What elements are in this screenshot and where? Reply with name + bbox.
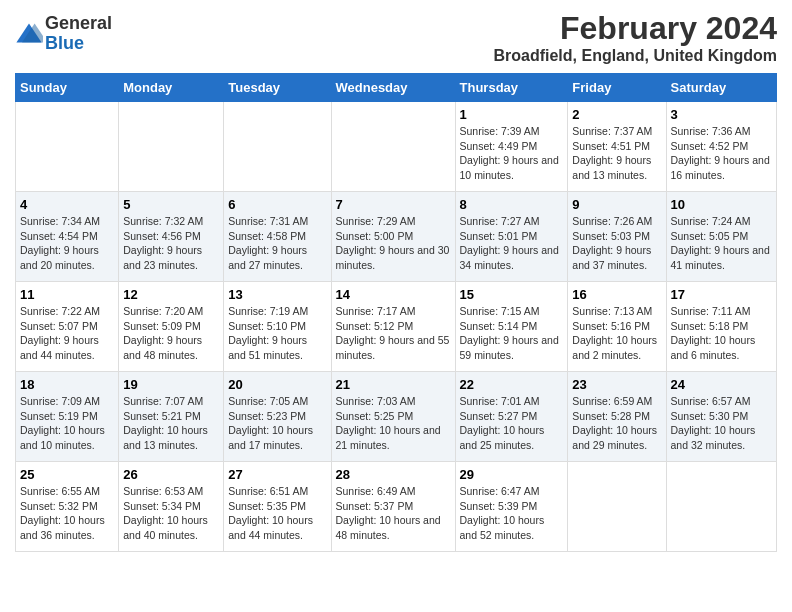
day-info: Sunrise: 7:07 AM Sunset: 5:21 PM Dayligh… [123,394,219,453]
calendar-cell: 3Sunrise: 7:36 AM Sunset: 4:52 PM Daylig… [666,102,776,192]
day-info: Sunrise: 7:39 AM Sunset: 4:49 PM Dayligh… [460,124,564,183]
title-area: February 2024 Broadfield, England, Unite… [493,10,777,65]
day-number: 11 [20,287,114,302]
week-row-3: 11Sunrise: 7:22 AM Sunset: 5:07 PM Dayli… [16,282,777,372]
day-number: 10 [671,197,772,212]
calendar-cell: 24Sunrise: 6:57 AM Sunset: 5:30 PM Dayli… [666,372,776,462]
header-tuesday: Tuesday [224,74,331,102]
calendar-cell: 13Sunrise: 7:19 AM Sunset: 5:10 PM Dayli… [224,282,331,372]
day-number: 14 [336,287,451,302]
calendar-cell: 26Sunrise: 6:53 AM Sunset: 5:34 PM Dayli… [119,462,224,552]
day-number: 9 [572,197,661,212]
calendar-cell: 5Sunrise: 7:32 AM Sunset: 4:56 PM Daylig… [119,192,224,282]
day-number: 19 [123,377,219,392]
calendar-cell: 14Sunrise: 7:17 AM Sunset: 5:12 PM Dayli… [331,282,455,372]
day-number: 23 [572,377,661,392]
day-number: 2 [572,107,661,122]
day-info: Sunrise: 6:55 AM Sunset: 5:32 PM Dayligh… [20,484,114,543]
calendar-cell: 28Sunrise: 6:49 AM Sunset: 5:37 PM Dayli… [331,462,455,552]
day-info: Sunrise: 6:51 AM Sunset: 5:35 PM Dayligh… [228,484,326,543]
day-number: 21 [336,377,451,392]
header-monday: Monday [119,74,224,102]
calendar-cell: 6Sunrise: 7:31 AM Sunset: 4:58 PM Daylig… [224,192,331,282]
calendar-cell: 16Sunrise: 7:13 AM Sunset: 5:16 PM Dayli… [568,282,666,372]
header-sunday: Sunday [16,74,119,102]
day-info: Sunrise: 6:47 AM Sunset: 5:39 PM Dayligh… [460,484,564,543]
header-wednesday: Wednesday [331,74,455,102]
logo: General Blue [15,14,112,54]
calendar-cell: 20Sunrise: 7:05 AM Sunset: 5:23 PM Dayli… [224,372,331,462]
calendar-cell: 22Sunrise: 7:01 AM Sunset: 5:27 PM Dayli… [455,372,568,462]
day-info: Sunrise: 7:26 AM Sunset: 5:03 PM Dayligh… [572,214,661,273]
day-number: 4 [20,197,114,212]
calendar-cell: 12Sunrise: 7:20 AM Sunset: 5:09 PM Dayli… [119,282,224,372]
calendar-cell: 17Sunrise: 7:11 AM Sunset: 5:18 PM Dayli… [666,282,776,372]
subtitle: Broadfield, England, United Kingdom [493,47,777,65]
day-info: Sunrise: 7:01 AM Sunset: 5:27 PM Dayligh… [460,394,564,453]
calendar-cell: 29Sunrise: 6:47 AM Sunset: 5:39 PM Dayli… [455,462,568,552]
day-info: Sunrise: 7:36 AM Sunset: 4:52 PM Dayligh… [671,124,772,183]
day-info: Sunrise: 7:20 AM Sunset: 5:09 PM Dayligh… [123,304,219,363]
day-number: 1 [460,107,564,122]
day-info: Sunrise: 7:31 AM Sunset: 4:58 PM Dayligh… [228,214,326,273]
day-info: Sunrise: 7:05 AM Sunset: 5:23 PM Dayligh… [228,394,326,453]
calendar-cell [16,102,119,192]
header-saturday: Saturday [666,74,776,102]
calendar-cell [331,102,455,192]
day-info: Sunrise: 7:03 AM Sunset: 5:25 PM Dayligh… [336,394,451,453]
day-info: Sunrise: 7:09 AM Sunset: 5:19 PM Dayligh… [20,394,114,453]
day-number: 5 [123,197,219,212]
day-number: 24 [671,377,772,392]
day-info: Sunrise: 7:29 AM Sunset: 5:00 PM Dayligh… [336,214,451,273]
day-number: 16 [572,287,661,302]
calendar-cell: 2Sunrise: 7:37 AM Sunset: 4:51 PM Daylig… [568,102,666,192]
day-info: Sunrise: 7:13 AM Sunset: 5:16 PM Dayligh… [572,304,661,363]
day-number: 17 [671,287,772,302]
day-number: 22 [460,377,564,392]
day-number: 25 [20,467,114,482]
day-info: Sunrise: 7:27 AM Sunset: 5:01 PM Dayligh… [460,214,564,273]
day-number: 3 [671,107,772,122]
day-info: Sunrise: 6:57 AM Sunset: 5:30 PM Dayligh… [671,394,772,453]
day-number: 29 [460,467,564,482]
day-info: Sunrise: 6:53 AM Sunset: 5:34 PM Dayligh… [123,484,219,543]
day-number: 27 [228,467,326,482]
calendar-cell: 23Sunrise: 6:59 AM Sunset: 5:28 PM Dayli… [568,372,666,462]
day-info: Sunrise: 6:49 AM Sunset: 5:37 PM Dayligh… [336,484,451,543]
day-number: 7 [336,197,451,212]
header-friday: Friday [568,74,666,102]
day-number: 20 [228,377,326,392]
day-number: 26 [123,467,219,482]
calendar-cell: 25Sunrise: 6:55 AM Sunset: 5:32 PM Dayli… [16,462,119,552]
main-title: February 2024 [493,10,777,47]
calendar-cell: 8Sunrise: 7:27 AM Sunset: 5:01 PM Daylig… [455,192,568,282]
calendar-cell: 27Sunrise: 6:51 AM Sunset: 5:35 PM Dayli… [224,462,331,552]
day-info: Sunrise: 7:17 AM Sunset: 5:12 PM Dayligh… [336,304,451,363]
calendar-cell: 4Sunrise: 7:34 AM Sunset: 4:54 PM Daylig… [16,192,119,282]
day-number: 28 [336,467,451,482]
day-number: 18 [20,377,114,392]
day-info: Sunrise: 7:15 AM Sunset: 5:14 PM Dayligh… [460,304,564,363]
day-number: 8 [460,197,564,212]
header-thursday: Thursday [455,74,568,102]
calendar-cell: 18Sunrise: 7:09 AM Sunset: 5:19 PM Dayli… [16,372,119,462]
calendar-cell: 10Sunrise: 7:24 AM Sunset: 5:05 PM Dayli… [666,192,776,282]
week-row-4: 18Sunrise: 7:09 AM Sunset: 5:19 PM Dayli… [16,372,777,462]
logo-icon [15,20,43,48]
calendar-header-row: SundayMondayTuesdayWednesdayThursdayFrid… [16,74,777,102]
calendar-cell: 1Sunrise: 7:39 AM Sunset: 4:49 PM Daylig… [455,102,568,192]
day-info: Sunrise: 7:34 AM Sunset: 4:54 PM Dayligh… [20,214,114,273]
day-info: Sunrise: 7:24 AM Sunset: 5:05 PM Dayligh… [671,214,772,273]
day-number: 6 [228,197,326,212]
calendar-cell: 7Sunrise: 7:29 AM Sunset: 5:00 PM Daylig… [331,192,455,282]
calendar-cell [666,462,776,552]
day-number: 13 [228,287,326,302]
day-info: Sunrise: 7:32 AM Sunset: 4:56 PM Dayligh… [123,214,219,273]
day-number: 15 [460,287,564,302]
day-number: 12 [123,287,219,302]
week-row-2: 4Sunrise: 7:34 AM Sunset: 4:54 PM Daylig… [16,192,777,282]
calendar-cell: 15Sunrise: 7:15 AM Sunset: 5:14 PM Dayli… [455,282,568,372]
day-info: Sunrise: 7:22 AM Sunset: 5:07 PM Dayligh… [20,304,114,363]
day-info: Sunrise: 7:11 AM Sunset: 5:18 PM Dayligh… [671,304,772,363]
calendar-cell: 19Sunrise: 7:07 AM Sunset: 5:21 PM Dayli… [119,372,224,462]
